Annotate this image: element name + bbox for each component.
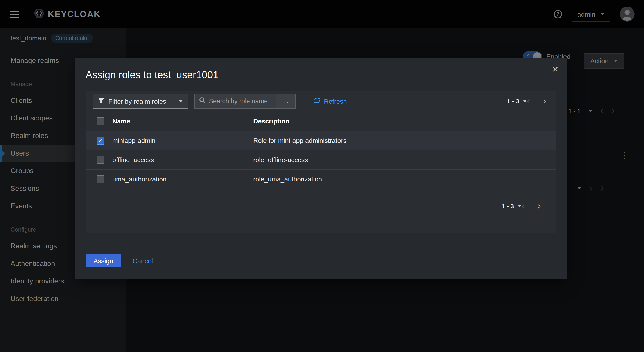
page-previous-icon[interactable]: ‹ <box>521 202 525 211</box>
filter-icon <box>98 97 104 105</box>
role-name: offline_access <box>112 156 253 163</box>
refresh-button[interactable]: Refresh <box>314 97 347 105</box>
page-next-icon[interactable]: › <box>537 202 541 211</box>
filter-label: Filter by realm roles <box>108 97 166 105</box>
refresh-icon <box>314 97 320 105</box>
page-next-icon[interactable]: › <box>543 96 546 106</box>
search-submit-button[interactable]: → <box>276 94 296 109</box>
cancel-button[interactable]: Cancel <box>132 257 153 264</box>
search-icon <box>199 97 206 105</box>
table-row[interactable]: offline_access role_offline-access <box>86 150 556 170</box>
pagination-range: 1 - 3 <box>507 98 519 105</box>
role-checkbox[interactable] <box>96 175 104 183</box>
toolbar-divider <box>304 95 305 107</box>
roles-table-body: ✓ miniapp-admin Role for mini-app admini… <box>86 131 556 189</box>
search-box <box>194 94 276 109</box>
filter-dropdown[interactable]: Filter by realm roles <box>92 94 188 109</box>
table-row[interactable]: ✓ miniapp-admin Role for mini-app admini… <box>86 131 556 150</box>
chevron-down-icon <box>518 205 521 207</box>
roles-pagination-bottom: 1 - 3 ‹ › <box>86 189 556 223</box>
role-description: role_offline-access <box>253 156 556 163</box>
search-group: → <box>194 94 296 109</box>
chevron-down-icon <box>523 100 526 102</box>
roles-toolbar: Filter by realm roles → <box>86 91 556 112</box>
modal-title: Assign roles to test_user1001 <box>86 69 556 81</box>
keycloak-admin-console: KEYCLOAK ? admin test_domain Current rea… <box>0 0 644 352</box>
roles-table: Name Description ✓ miniapp-admin Role fo… <box>86 112 556 189</box>
role-description: Role for mini-app administrators <box>253 137 556 144</box>
roles-pagination-top: 1 - 3 ‹ › <box>507 96 549 106</box>
column-header-name: Name <box>112 117 253 125</box>
table-row[interactable]: uma_authorization role_uma_authorization <box>86 170 556 189</box>
roles-panel: Filter by realm roles → <box>86 91 556 233</box>
role-checkbox[interactable]: ✓ <box>96 136 104 144</box>
page-previous-icon[interactable]: ‹ <box>526 96 530 106</box>
role-checkbox[interactable] <box>96 156 104 164</box>
role-description: role_uma_authorization <box>253 175 556 183</box>
role-name: uma_authorization <box>112 175 253 183</box>
refresh-label: Refresh <box>324 97 347 105</box>
arrow-right-icon: → <box>282 97 290 105</box>
modal-footer: Assign Cancel <box>75 254 566 279</box>
close-icon[interactable]: ✕ <box>552 66 559 73</box>
assign-roles-modal: Assign roles to test_user1001 ✕ Filter b… <box>75 58 566 279</box>
search-input[interactable] <box>209 98 272 105</box>
role-name: miniapp-admin <box>112 137 253 144</box>
assign-button[interactable]: Assign <box>86 254 121 267</box>
select-all-checkbox[interactable] <box>96 117 104 125</box>
column-header-description: Description <box>253 117 556 125</box>
pagination-range: 1 - 3 <box>502 203 514 210</box>
chevron-down-icon <box>179 100 182 102</box>
roles-table-header: Name Description <box>86 112 556 131</box>
